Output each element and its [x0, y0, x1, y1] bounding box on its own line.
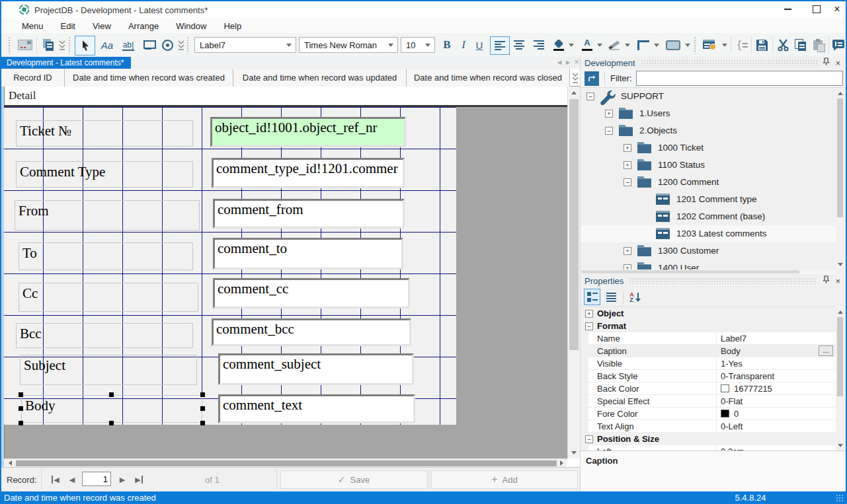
close-button[interactable]: ×: [829, 1, 845, 17]
record-first-button[interactable]: ◀: [48, 472, 63, 487]
align-center-button[interactable]: [510, 36, 528, 54]
highlight-button[interactable]: [607, 36, 623, 54]
property-value[interactable]: 0-Flat: [721, 396, 743, 406]
resize-grip-icon[interactable]: [836, 494, 844, 502]
pin-icon[interactable]: [823, 57, 830, 68]
shape-button[interactable]: [663, 36, 683, 54]
select-tool-button[interactable]: [75, 36, 95, 55]
field-list-button[interactable]: {: [734, 36, 751, 54]
designer-label-0[interactable]: Ticket №: [16, 120, 193, 147]
shape-dropdown[interactable]: [684, 36, 691, 54]
tab-development[interactable]: Development - Latest comments*: [1, 57, 131, 69]
font-color-dropdown[interactable]: [596, 36, 603, 54]
highlight-dropdown[interactable]: [624, 36, 631, 54]
property-row-caption[interactable]: CaptionBody...: [581, 345, 836, 357]
selection-handle[interactable]: [19, 392, 23, 397]
italic-button[interactable]: I: [456, 36, 471, 54]
tab-scroll-left-icon[interactable]: ◀: [555, 57, 563, 67]
save-button[interactable]: [753, 36, 770, 54]
record-prev-button[interactable]: ◀: [65, 472, 79, 487]
scroll-left-arrow[interactable]: [5, 459, 15, 467]
column-header-2[interactable]: Date and time when record was updated: [233, 69, 407, 87]
selection-handle[interactable]: [109, 421, 114, 425]
scroll-up-arrow[interactable]: [836, 308, 844, 316]
tree-item-1100-status[interactable]: +1100 Status: [581, 157, 836, 174]
detail-band-header[interactable]: Detail: [4, 87, 567, 105]
form-view-dropdown[interactable]: [721, 36, 728, 54]
expand-plus-icon[interactable]: +: [605, 110, 613, 118]
close-panel-icon[interactable]: ×: [835, 59, 840, 67]
expand-plus-icon[interactable]: +: [624, 161, 631, 169]
categorized-view-button[interactable]: [584, 289, 600, 305]
designer-field-5[interactable]: comment_bcc: [212, 318, 411, 346]
tree-item-2-objects[interactable]: –2.Objects: [581, 122, 836, 139]
record-number-input[interactable]: [82, 472, 111, 486]
radio-tool-button[interactable]: [159, 36, 176, 54]
menu-item-view[interactable]: View: [84, 21, 120, 31]
designer-label-4[interactable]: Cc: [19, 283, 198, 312]
add-record-button[interactable]: +Add: [431, 470, 578, 489]
minimize-button[interactable]: [778, 1, 797, 17]
selection-handle[interactable]: [200, 392, 205, 397]
combobox-tool-button[interactable]: [140, 36, 157, 54]
selection-handle[interactable]: [109, 392, 114, 397]
tree-vscrollbar[interactable]: [836, 88, 845, 270]
toolbar-drag-handle[interactable]: [8, 36, 11, 54]
designer-field-7[interactable]: comment_text: [218, 394, 415, 423]
border-dropdown[interactable]: [653, 36, 660, 54]
designer-field-3[interactable]: comment_to: [213, 238, 403, 270]
selection-handle[interactable]: [19, 421, 23, 425]
collapse-minus-icon[interactable]: –: [586, 92, 594, 100]
tree-item-1400-user[interactable]: +1400 User: [581, 260, 836, 270]
ellipsis-button[interactable]: ...: [819, 345, 833, 356]
tree-item-1201-comment-type[interactable]: 1201 Comment type: [581, 191, 836, 208]
expand-plus-icon[interactable]: +: [624, 264, 631, 270]
column-header-0[interactable]: Record ID: [1, 69, 65, 87]
scroll-down-arrow[interactable]: [836, 441, 844, 449]
expand-plus-icon[interactable]: +: [585, 310, 593, 318]
property-row-text-align[interactable]: Text Align0-Left: [581, 420, 836, 433]
selection-handle[interactable]: [19, 406, 23, 411]
underline-button[interactable]: U: [471, 36, 487, 54]
property-value[interactable]: 1-Yes: [721, 359, 743, 369]
designer-vscroll-thumb[interactable]: [569, 99, 579, 350]
toolbar-drag-handle-4[interactable]: [694, 36, 697, 54]
property-value[interactable]: 0-Transparent: [721, 371, 774, 381]
align-right-button[interactable]: [530, 36, 548, 54]
designer-label-3[interactable]: To: [19, 242, 193, 270]
designer-label-5[interactable]: Bcc: [16, 323, 193, 348]
scroll-right-arrow[interactable]: [557, 459, 566, 467]
designer-field-1[interactable]: comment_type_id!1201.commer: [212, 158, 405, 188]
selection-handle[interactable]: [200, 421, 205, 425]
selection-handle[interactable]: [200, 406, 205, 411]
scroll-down-arrow[interactable]: [836, 260, 844, 268]
tab-scroll-right-icon[interactable]: ▶: [564, 57, 572, 67]
fill-color-button[interactable]: [551, 36, 567, 54]
record-next-button[interactable]: ▶: [115, 472, 130, 487]
tree-item-1200-comment[interactable]: –1200 Comment: [581, 174, 836, 191]
scroll-up-arrow[interactable]: [836, 89, 844, 97]
designer-field-4[interactable]: comment_cc: [213, 278, 410, 308]
property-row-visible[interactable]: Visible1-Yes: [581, 357, 836, 370]
list-view-button[interactable]: [603, 289, 620, 305]
scroll-up-arrow[interactable]: [568, 88, 580, 97]
tree-item-1-users[interactable]: +1.Users: [581, 105, 836, 122]
property-value[interactable]: Label7: [721, 334, 746, 343]
cut-button[interactable]: [774, 36, 791, 54]
designer-label-1[interactable]: Comment Type: [16, 161, 193, 188]
sort-az-button[interactable]: AZ: [627, 289, 643, 305]
tree-item-support[interactable]: –SUPPORT: [581, 88, 836, 105]
property-row-special-effect[interactable]: Special Effect0-Flat: [581, 395, 836, 408]
designer-vscrollbar[interactable]: [567, 87, 581, 458]
property-value[interactable]: 16777215: [734, 384, 772, 394]
properties-panel-header[interactable]: Properties ×: [581, 275, 846, 287]
menu-item-edit[interactable]: Edit: [52, 21, 84, 31]
designer-label-2[interactable]: From: [15, 200, 200, 231]
development-panel-header[interactable]: Development ×: [581, 57, 846, 69]
style-combo[interactable]: Label7: [194, 37, 296, 53]
properties-vscroll-thumb[interactable]: [837, 317, 843, 396]
designer-field-6[interactable]: comment_subject: [218, 353, 414, 385]
comment-button[interactable]: [830, 36, 846, 54]
tree-item-1300-customer[interactable]: +1300 Customer: [581, 242, 836, 260]
paste-button[interactable]: [810, 36, 827, 54]
